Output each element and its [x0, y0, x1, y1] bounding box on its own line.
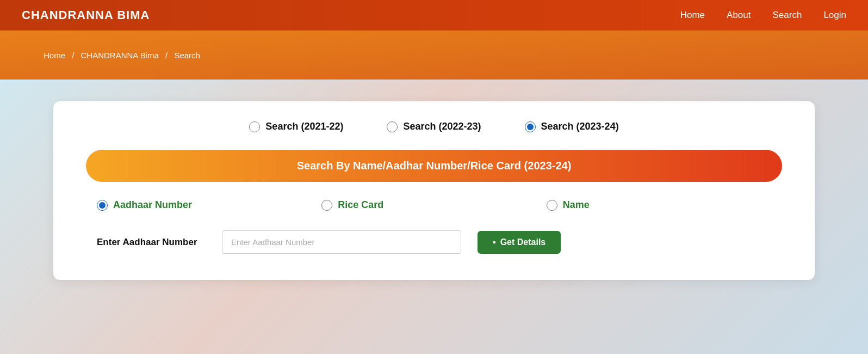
nav-login-link[interactable]: Login — [823, 10, 846, 20]
search-type-label-name: Name — [563, 199, 590, 211]
breadcrumb-search[interactable]: Search — [174, 51, 200, 60]
get-details-label: Get Details — [500, 237, 546, 247]
input-row: Enter Aadhaar Number ▪ Get Details — [86, 230, 782, 254]
nav-home-link[interactable]: Home — [680, 10, 705, 20]
breadcrumb-sep-2: / — [163, 51, 170, 60]
aadhaar-input[interactable] — [222, 230, 461, 254]
search-type-ricecard[interactable]: Rice Card — [321, 199, 546, 211]
search-type-name[interactable]: Name — [547, 199, 771, 211]
search-type-radio-ricecard[interactable] — [321, 200, 332, 211]
breadcrumb-home[interactable]: Home — [44, 51, 65, 60]
nav-login[interactable]: Login — [823, 10, 846, 21]
nav-home[interactable]: Home — [680, 10, 705, 21]
nav-about[interactable]: About — [727, 10, 751, 21]
year-option-2023[interactable]: Search (2023-24) — [525, 121, 619, 132]
year-option-2021[interactable]: Search (2021-22) — [249, 121, 343, 132]
breadcrumb-chandranna[interactable]: CHANDRANNA Bima — [81, 51, 159, 60]
search-banner-text: Search By Name/Aadhar Number/Rice Card (… — [297, 160, 572, 172]
nav-search[interactable]: Search — [773, 10, 802, 21]
breadcrumb-sep-1: / — [70, 51, 77, 60]
search-banner: Search By Name/Aadhar Number/Rice Card (… — [86, 150, 782, 182]
year-label-2021: Search (2021-22) — [265, 121, 343, 132]
input-label: Enter Aadhaar Number — [97, 237, 206, 248]
year-radio-2023[interactable] — [525, 121, 536, 132]
search-type-row: Aadhaar Number Rice Card Name — [86, 199, 782, 211]
brand-title: CHANDRANNA BIMA — [22, 8, 150, 22]
nav-search-link[interactable]: Search — [773, 10, 802, 20]
year-label-2023: Search (2023-24) — [541, 121, 619, 132]
nav-about-link[interactable]: About — [727, 10, 751, 20]
search-card: Search (2021-22) Search (2022-23) Search… — [53, 101, 815, 280]
get-details-button[interactable]: ▪ Get Details — [478, 231, 561, 254]
get-details-icon: ▪ — [493, 237, 496, 247]
year-radio-2021[interactable] — [249, 121, 260, 132]
search-type-label-aadhaar: Aadhaar Number — [113, 199, 192, 211]
search-type-label-ricecard: Rice Card — [338, 199, 383, 211]
year-label-2022: Search (2022-23) — [403, 121, 481, 132]
search-type-radio-name[interactable] — [547, 200, 557, 211]
search-type-aadhaar[interactable]: Aadhaar Number — [97, 199, 321, 211]
search-type-radio-aadhaar[interactable] — [97, 200, 108, 211]
year-radio-2022[interactable] — [387, 121, 398, 132]
nav-links: Home About Search Login — [680, 10, 846, 21]
main-content: Search (2021-22) Search (2022-23) Search… — [0, 80, 868, 354]
navbar: CHANDRANNA BIMA Home About Search Login — [0, 0, 868, 30]
breadcrumb-bar: Home / CHANDRANNA Bima / Search — [0, 30, 868, 80]
year-selection-row: Search (2021-22) Search (2022-23) Search… — [86, 121, 782, 132]
year-option-2022[interactable]: Search (2022-23) — [387, 121, 481, 132]
